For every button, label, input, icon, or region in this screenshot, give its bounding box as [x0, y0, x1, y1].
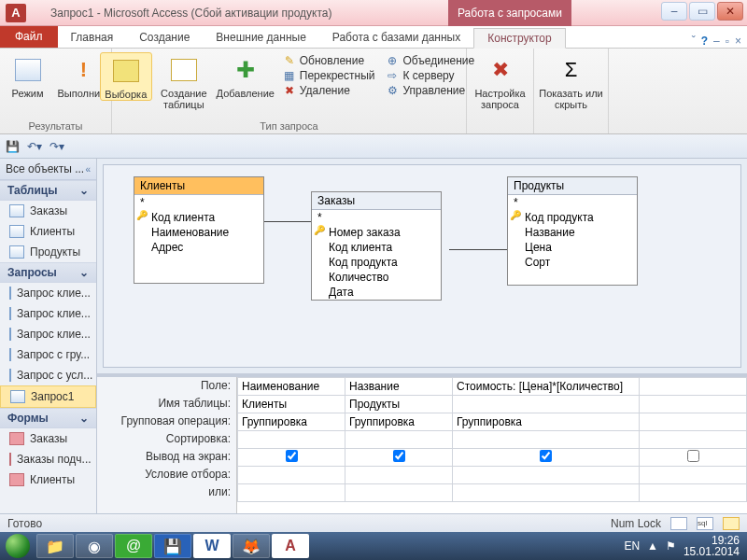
table-box-orders[interactable]: Заказы * Номер заказа Код клиента Код пр… [311, 191, 442, 301]
query-setup-button[interactable]: ✖ Настройка запроса [471, 52, 530, 110]
tray-action-icon[interactable]: ⚑ [666, 539, 676, 553]
status-numlock: Num Lock [611, 517, 661, 530]
nav-item-form[interactable]: Заказы подч... [0, 449, 96, 469]
nav-collapse-icon[interactable]: « [85, 164, 91, 175]
grid-cell-table[interactable] [453, 396, 640, 413]
passthrough-button[interactable]: ⇨К серверу [386, 69, 474, 82]
nav-item-form[interactable]: Заказы [0, 428, 96, 449]
mdi-minimize-icon[interactable]: – [713, 35, 720, 48]
datadef-icon: ⚙ [386, 84, 399, 97]
taskbar-access[interactable]: A [272, 534, 309, 558]
nav-item-table[interactable]: Клиенты [0, 221, 96, 242]
view-design-icon[interactable] [723, 517, 740, 530]
mdi-restore-icon[interactable]: ▫ [726, 35, 729, 48]
update-button[interactable]: ✎Обновление [283, 54, 375, 67]
undo-icon[interactable]: ↶▾ [27, 140, 42, 153]
tray-lang[interactable]: EN [624, 539, 640, 553]
grid-cell-group[interactable]: Группировка [345, 413, 453, 431]
crosstab-button[interactable]: ▦Перекрестный [283, 69, 375, 82]
grid-cell-field[interactable] [640, 378, 747, 396]
save-icon[interactable]: 💾 [6, 140, 20, 153]
taskbar-save[interactable]: 💾 [154, 534, 191, 558]
taskbar-chrome[interactable]: ◉ [76, 534, 113, 558]
delete-icon: ✖ [283, 84, 296, 97]
show-checkbox[interactable] [286, 450, 298, 462]
nav-item-form[interactable]: Клиенты [0, 469, 96, 490]
redo-icon[interactable]: ↷▾ [49, 140, 64, 153]
nav-item-query[interactable]: Запрос с усл... [0, 365, 96, 385]
grid-cell-show[interactable] [640, 449, 747, 467]
relation-line [449, 249, 510, 250]
status-bar: Готово Num Lock sql [0, 513, 747, 532]
tab-external[interactable]: Внешние данные [203, 27, 319, 48]
tab-home[interactable]: Главная [58, 27, 127, 48]
table-box-products[interactable]: Продукты * Код продукта Название Цена Со… [507, 176, 638, 286]
nav-item-query[interactable]: Запрос клие... [0, 283, 96, 303]
grid-cell-field[interactable]: Стоимость: [Цена]*[Количество] [453, 378, 640, 396]
totals-button[interactable]: Σ Показать или скрыть [539, 52, 604, 110]
help-icon[interactable]: ? [701, 35, 708, 48]
taskbar-firefox[interactable]: 🦊 [233, 534, 270, 558]
nav-item-table[interactable]: Продукты [0, 242, 96, 262]
nav-section-queries[interactable]: Запросы⌄ [0, 262, 96, 283]
tab-database[interactable]: Работа с базами данных [319, 27, 473, 48]
grid-cell-show[interactable] [238, 449, 345, 467]
grid-cell-group[interactable]: Группировка [453, 413, 640, 431]
form-icon [9, 453, 11, 466]
status-ready: Готово [7, 517, 42, 530]
mdi-close-icon[interactable]: × [735, 35, 741, 48]
grid-columns[interactable]: Наименование Название Стоимость: [Цена]*… [237, 377, 747, 513]
grid-cell-field[interactable]: Название [345, 378, 453, 396]
maximize-button[interactable]: ▭ [689, 2, 715, 21]
grid-cell-show[interactable] [453, 449, 640, 467]
select-icon [113, 60, 139, 82]
grid-cell-group[interactable] [640, 413, 747, 431]
show-checkbox[interactable] [393, 450, 405, 462]
tray-clock[interactable]: 19:26 15.01.2014 [684, 535, 740, 557]
grid-cell-table[interactable]: Клиенты [238, 396, 345, 413]
nav-item-query-selected[interactable]: Запрос1 [0, 385, 96, 408]
tray-flag-icon[interactable]: ▲ [647, 539, 658, 553]
delete-button[interactable]: ✖Удаление [283, 84, 375, 97]
grid-cell-show[interactable] [345, 449, 453, 467]
taskbar-explorer[interactable]: 📁 [36, 534, 74, 558]
nav-section-tables[interactable]: Таблицы⌄ [0, 180, 96, 201]
show-checkbox[interactable] [687, 450, 699, 462]
minimize-button[interactable]: – [661, 2, 687, 21]
datadef-button[interactable]: ⚙Управление [386, 84, 474, 97]
append-button[interactable]: ✚ Добавление [216, 52, 275, 99]
file-tab[interactable]: Файл [0, 25, 58, 48]
nav-header[interactable]: Все объекты ... « [0, 159, 96, 180]
main-area: Все объекты ... « Таблицы⌄ Заказы Клиент… [0, 159, 747, 513]
maketable-button[interactable]: Создание таблицы [156, 52, 212, 110]
taskbar-mail[interactable]: @ [115, 534, 152, 558]
table-box-clients[interactable]: Клиенты * Код клиента Наименование Адрес [134, 176, 264, 284]
tab-design[interactable]: Конструктор [473, 28, 565, 49]
grid-cell-field[interactable]: Наименование [238, 378, 345, 396]
grid-cell-table[interactable] [640, 396, 747, 413]
nav-item-query[interactable]: Запрос клие... [0, 303, 96, 324]
show-checkbox[interactable] [540, 450, 552, 462]
tab-create[interactable]: Создание [126, 27, 203, 48]
setup-icon: ✖ [485, 54, 516, 86]
nav-section-forms[interactable]: Формы⌄ [0, 408, 96, 428]
taskbar-word[interactable]: W [193, 534, 231, 558]
relationship-diagram[interactable]: Клиенты * Код клиента Наименование Адрес… [103, 164, 741, 368]
grid-cell-group[interactable]: Группировка [238, 413, 345, 431]
view-sql-icon[interactable]: sql [697, 517, 713, 530]
start-button[interactable] [0, 532, 35, 560]
grid-cell-table[interactable]: Продукты [345, 396, 453, 413]
query-icon [9, 328, 11, 341]
select-query-button[interactable]: Выборка [100, 52, 152, 101]
table-box-title: Клиенты [134, 177, 263, 195]
ribbon-minimize-icon[interactable]: ˇ [692, 35, 696, 48]
contextual-tab-title: Работа с запросами [458, 7, 562, 20]
view-button[interactable]: Режим [2, 52, 54, 99]
system-tray[interactable]: EN ▲ ⚑ 19:26 15.01.2014 [624, 535, 747, 557]
view-datasheet-icon[interactable] [670, 517, 687, 530]
nav-item-query[interactable]: Запрос клие... [0, 324, 96, 344]
union-button[interactable]: ⊕Объединение [386, 54, 474, 67]
nav-item-table[interactable]: Заказы [0, 201, 96, 221]
close-button[interactable]: ✕ [717, 2, 743, 21]
nav-item-query[interactable]: Запрос с гру... [0, 344, 96, 365]
